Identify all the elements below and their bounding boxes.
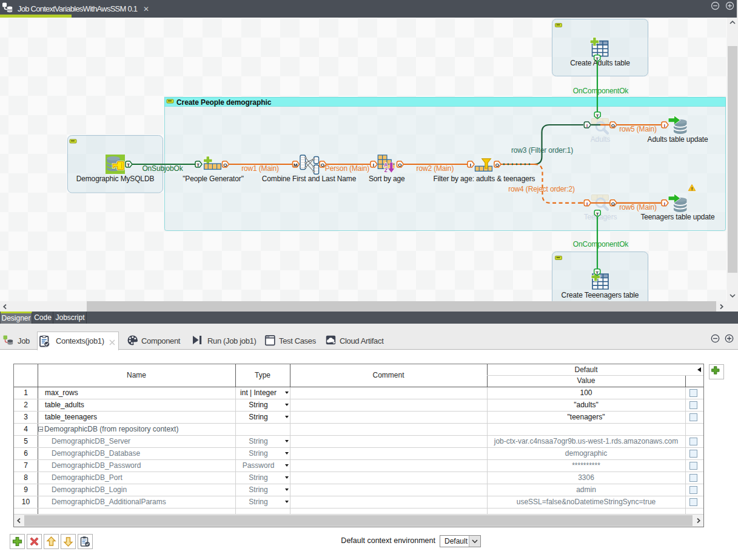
svg-text:O: O <box>611 123 615 128</box>
svg-text:I: I <box>586 201 588 207</box>
svg-text:I: I <box>664 201 665 207</box>
svg-text:Create Adults table: Create Adults table <box>570 59 630 67</box>
svg-text:Sort by age: Sort by age <box>369 175 405 183</box>
svg-text:Create People demographic: Create People demographic <box>176 98 272 107</box>
svg-text:row2 (Main): row2 (Main) <box>417 164 454 173</box>
svg-text:OnComponentOk: OnComponentOk <box>573 240 629 248</box>
svg-text:!: ! <box>691 186 693 192</box>
svg-text:OnSubjobOk: OnSubjobOk <box>142 164 183 173</box>
svg-text:T: T <box>196 162 200 168</box>
svg-text:Adults table update: Adults table update <box>648 135 708 144</box>
svg-text:M: M <box>294 162 298 168</box>
svg-text:O: O <box>495 162 499 168</box>
svg-text:"People Generator": "People Generator" <box>183 175 244 183</box>
svg-text:row5 (Main): row5 (Main) <box>619 125 657 133</box>
svg-text:I: I <box>664 123 665 128</box>
svg-text:row1 (Main): row1 (Main) <box>241 164 279 173</box>
svg-text:T: T <box>595 270 599 276</box>
svg-text:T: T <box>127 162 130 168</box>
svg-text:O: O <box>321 162 324 168</box>
svg-text:row6 (Main): row6 (Main) <box>619 203 657 212</box>
svg-text:T: T <box>596 113 599 119</box>
svg-text:Adults: Adults <box>591 135 611 144</box>
svg-text:row3 (Filter order:1): row3 (Filter order:1) <box>511 146 573 155</box>
svg-text:Filter by age: adults & teenag: Filter by age: adults & teenagers <box>434 175 535 183</box>
svg-text:Combine First and Last Name: Combine First and Last Name <box>262 175 357 183</box>
svg-text:I: I <box>373 162 374 168</box>
svg-text:Z: Z <box>384 167 387 173</box>
svg-text:OnComponentOk: OnComponentOk <box>573 87 629 95</box>
svg-text:O: O <box>223 162 227 168</box>
svg-text:O: O <box>398 162 401 168</box>
svg-text:I: I <box>586 123 588 128</box>
svg-text:I: I <box>470 162 471 168</box>
svg-text:row4 (Reject order:2): row4 (Reject order:2) <box>508 185 575 193</box>
svg-text:Create Teeenagers table: Create Teeenagers table <box>562 291 639 299</box>
svg-text:T: T <box>596 212 599 217</box>
svg-text:O: O <box>611 201 615 207</box>
svg-text:Person (Main): Person (Main) <box>325 164 370 173</box>
svg-text:Demographic MySQLDB: Demographic MySQLDB <box>76 175 155 183</box>
svg-text:Teenagers table update: Teenagers table update <box>640 213 715 221</box>
